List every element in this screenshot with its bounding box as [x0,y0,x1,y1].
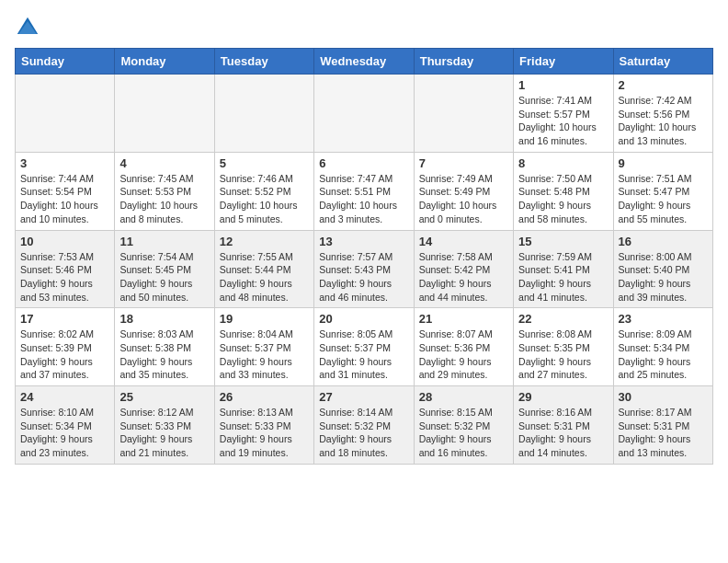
col-header-wednesday: Wednesday [314,49,414,75]
day-cell: 5Sunrise: 7:46 AM Sunset: 5:52 PM Daylig… [214,152,313,230]
week-row-4: 24Sunrise: 8:10 AM Sunset: 5:34 PM Dayli… [16,386,713,465]
day-info: Sunrise: 8:16 AM Sunset: 5:31 PM Dayligh… [518,406,608,460]
day-cell [314,75,414,153]
col-header-tuesday: Tuesday [214,49,313,75]
day-number: 16 [619,235,708,248]
day-number: 6 [319,156,408,170]
day-number: 12 [220,235,309,248]
header-row: SundayMondayTuesdayWednesdayThursdayFrid… [16,49,713,75]
col-header-thursday: Thursday [414,49,513,75]
day-info: Sunrise: 8:07 AM Sunset: 5:36 PM Dayligh… [419,327,508,382]
day-number: 21 [419,312,508,326]
day-info: Sunrise: 7:50 AM Sunset: 5:48 PM Dayligh… [518,172,608,226]
col-header-monday: Monday [115,49,214,75]
day-info: Sunrise: 7:47 AM Sunset: 5:51 PM Dayligh… [319,172,408,226]
day-number: 26 [220,390,309,404]
day-number: 11 [119,235,209,248]
day-cell: 23Sunrise: 8:09 AM Sunset: 5:34 PM Dayli… [613,308,712,386]
day-cell: 4Sunrise: 7:45 AM Sunset: 5:53 PM Daylig… [115,152,214,230]
day-info: Sunrise: 8:10 AM Sunset: 5:34 PM Dayligh… [20,406,109,460]
day-cell [414,75,513,153]
week-row-0: 1Sunrise: 7:41 AM Sunset: 5:57 PM Daylig… [16,75,713,153]
day-number: 1 [518,78,608,92]
day-cell: 6Sunrise: 7:47 AM Sunset: 5:51 PM Daylig… [314,152,414,230]
day-info: Sunrise: 7:42 AM Sunset: 5:56 PM Dayligh… [619,94,708,148]
day-cell: 13Sunrise: 7:57 AM Sunset: 5:43 PM Dayli… [314,230,414,308]
day-cell [115,75,214,153]
day-info: Sunrise: 7:55 AM Sunset: 5:44 PM Dayligh… [220,250,309,304]
day-number: 9 [619,156,708,170]
day-cell: 19Sunrise: 8:04 AM Sunset: 5:37 PM Dayli… [214,308,313,386]
day-number: 8 [518,156,608,170]
day-info: Sunrise: 8:17 AM Sunset: 5:31 PM Dayligh… [619,406,708,460]
calendar-table: SundayMondayTuesdayWednesdayThursdayFrid… [15,48,713,465]
day-info: Sunrise: 7:58 AM Sunset: 5:42 PM Dayligh… [419,250,508,304]
day-cell: 14Sunrise: 7:58 AM Sunset: 5:42 PM Dayli… [414,230,513,308]
day-cell: 22Sunrise: 8:08 AM Sunset: 5:35 PM Dayli… [514,308,613,386]
day-cell: 24Sunrise: 8:10 AM Sunset: 5:34 PM Dayli… [16,386,115,465]
day-cell: 29Sunrise: 8:16 AM Sunset: 5:31 PM Dayli… [514,386,613,465]
day-cell: 28Sunrise: 8:15 AM Sunset: 5:32 PM Dayli… [414,386,513,465]
day-number: 13 [319,235,408,248]
day-cell: 8Sunrise: 7:50 AM Sunset: 5:48 PM Daylig… [514,152,613,230]
day-cell: 26Sunrise: 8:13 AM Sunset: 5:33 PM Dayli… [214,386,313,465]
day-number: 3 [20,156,109,170]
day-number: 28 [419,390,508,404]
day-info: Sunrise: 7:49 AM Sunset: 5:49 PM Dayligh… [419,172,508,226]
day-number: 22 [518,312,608,326]
day-info: Sunrise: 8:03 AM Sunset: 5:38 PM Dayligh… [119,327,209,382]
day-number: 20 [319,312,408,326]
day-info: Sunrise: 8:14 AM Sunset: 5:32 PM Dayligh… [319,406,408,460]
day-info: Sunrise: 7:51 AM Sunset: 5:47 PM Dayligh… [619,172,708,226]
day-cell: 3Sunrise: 7:44 AM Sunset: 5:54 PM Daylig… [16,152,115,230]
week-row-2: 10Sunrise: 7:53 AM Sunset: 5:46 PM Dayli… [16,230,713,308]
col-header-friday: Friday [514,49,613,75]
day-cell: 21Sunrise: 8:07 AM Sunset: 5:36 PM Dayli… [414,308,513,386]
day-cell: 11Sunrise: 7:54 AM Sunset: 5:45 PM Dayli… [115,230,214,308]
day-number: 4 [119,156,209,170]
day-info: Sunrise: 8:00 AM Sunset: 5:40 PM Dayligh… [619,250,708,304]
day-info: Sunrise: 7:59 AM Sunset: 5:41 PM Dayligh… [518,250,608,304]
day-number: 18 [119,312,209,326]
day-number: 27 [319,390,408,404]
day-number: 23 [619,312,708,326]
day-info: Sunrise: 7:53 AM Sunset: 5:46 PM Dayligh… [20,250,109,304]
day-cell [16,75,115,153]
day-info: Sunrise: 7:46 AM Sunset: 5:52 PM Dayligh… [220,172,309,226]
day-cell: 9Sunrise: 7:51 AM Sunset: 5:47 PM Daylig… [613,152,712,230]
day-cell [214,75,313,153]
day-info: Sunrise: 8:12 AM Sunset: 5:33 PM Dayligh… [119,406,209,460]
day-cell: 7Sunrise: 7:49 AM Sunset: 5:49 PM Daylig… [414,152,513,230]
day-cell: 18Sunrise: 8:03 AM Sunset: 5:38 PM Dayli… [115,308,214,386]
day-info: Sunrise: 7:44 AM Sunset: 5:54 PM Dayligh… [20,172,109,226]
day-info: Sunrise: 8:13 AM Sunset: 5:33 PM Dayligh… [220,406,309,460]
day-cell: 16Sunrise: 8:00 AM Sunset: 5:40 PM Dayli… [613,230,712,308]
day-info: Sunrise: 7:54 AM Sunset: 5:45 PM Dayligh… [119,250,209,304]
day-info: Sunrise: 8:15 AM Sunset: 5:32 PM Dayligh… [419,406,508,460]
day-info: Sunrise: 7:57 AM Sunset: 5:43 PM Dayligh… [319,250,408,304]
day-cell: 10Sunrise: 7:53 AM Sunset: 5:46 PM Dayli… [16,230,115,308]
day-number: 10 [20,235,109,248]
day-number: 24 [20,390,109,404]
day-number: 17 [20,312,109,326]
day-number: 2 [619,78,708,92]
week-row-1: 3Sunrise: 7:44 AM Sunset: 5:54 PM Daylig… [16,152,713,230]
day-info: Sunrise: 8:04 AM Sunset: 5:37 PM Dayligh… [220,327,309,382]
day-number: 30 [619,390,708,404]
day-number: 5 [220,156,309,170]
day-number: 15 [518,235,608,248]
logo-icon [15,15,40,40]
day-cell: 20Sunrise: 8:05 AM Sunset: 5:37 PM Dayli… [314,308,414,386]
logo [15,15,44,40]
day-cell: 30Sunrise: 8:17 AM Sunset: 5:31 PM Dayli… [613,386,712,465]
week-row-3: 17Sunrise: 8:02 AM Sunset: 5:39 PM Dayli… [16,308,713,386]
day-number: 14 [419,235,508,248]
day-cell: 2Sunrise: 7:42 AM Sunset: 5:56 PM Daylig… [613,75,712,153]
header [15,15,713,40]
day-info: Sunrise: 8:09 AM Sunset: 5:34 PM Dayligh… [619,327,708,382]
day-cell: 25Sunrise: 8:12 AM Sunset: 5:33 PM Dayli… [115,386,214,465]
day-info: Sunrise: 7:41 AM Sunset: 5:57 PM Dayligh… [518,94,608,148]
day-number: 29 [518,390,608,404]
col-header-saturday: Saturday [613,49,712,75]
day-cell: 15Sunrise: 7:59 AM Sunset: 5:41 PM Dayli… [514,230,613,308]
